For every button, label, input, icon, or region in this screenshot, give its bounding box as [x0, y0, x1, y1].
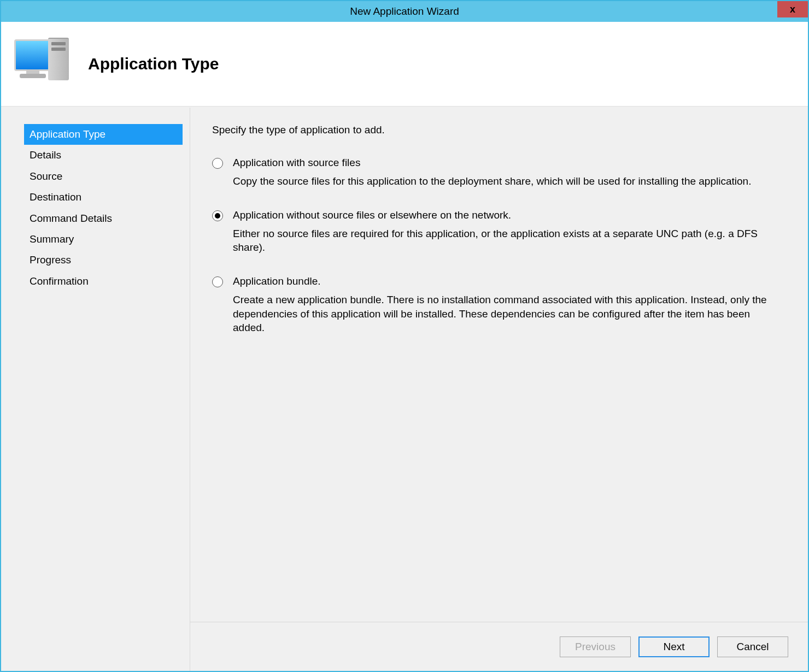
option-title: Application without source files or else… [233, 209, 786, 221]
radio-application-bundle[interactable] [212, 276, 223, 287]
close-icon: x [790, 4, 795, 15]
option-title: Application bundle. [233, 275, 786, 287]
option-application-bundle: Application bundle. Create a new applica… [212, 275, 786, 335]
sidebar-item-details[interactable]: Details [24, 145, 183, 166]
previous-button: Previous [560, 636, 631, 657]
option-without-source-files: Application without source files or else… [212, 209, 786, 255]
close-button[interactable]: x [777, 1, 808, 17]
wizard-steps-sidebar: Application Type Details Source Destinat… [10, 108, 190, 671]
radio-with-source-files[interactable] [212, 158, 223, 169]
sidebar-item-progress[interactable]: Progress [24, 250, 183, 270]
option-body: Application with source files Copy the s… [233, 157, 786, 188]
wizard-main: Specify the type of application to add. … [190, 108, 808, 671]
instruction-text: Specify the type of application to add. [212, 124, 786, 136]
sidebar-item-confirmation[interactable]: Confirmation [24, 271, 183, 292]
cancel-button[interactable]: Cancel [717, 636, 788, 657]
option-title: Application with source files [233, 157, 786, 169]
option-description: Copy the source files for this applicati… [233, 174, 786, 188]
wizard-body: Application Type Details Source Destinat… [1, 107, 808, 671]
wizard-footer: Previous Next Cancel [190, 622, 808, 671]
option-description: Either no source files are required for … [233, 227, 786, 255]
radio-without-source-files[interactable] [212, 210, 223, 221]
sidebar-item-command-details[interactable]: Command Details [24, 208, 183, 229]
next-button[interactable]: Next [638, 636, 710, 657]
wizard-window: New Application Wizard x Application Typ… [0, 0, 809, 672]
sidebar-item-destination[interactable]: Destination [24, 187, 183, 208]
computer-icon [14, 37, 72, 91]
sidebar-item-source[interactable]: Source [24, 166, 183, 187]
titlebar: New Application Wizard x [1, 1, 808, 22]
page-title: Application Type [88, 55, 219, 73]
option-with-source-files: Application with source files Copy the s… [212, 157, 786, 188]
option-body: Application bundle. Create a new applica… [233, 275, 786, 335]
window-title: New Application Wizard [350, 5, 459, 17]
sidebar-item-summary[interactable]: Summary [24, 229, 183, 250]
option-body: Application without source files or else… [233, 209, 786, 255]
sidebar-item-application-type[interactable]: Application Type [24, 124, 183, 145]
option-description: Create a new application bundle. There i… [233, 293, 786, 335]
wizard-header: Application Type [1, 22, 808, 107]
wizard-content: Specify the type of application to add. … [190, 108, 808, 622]
